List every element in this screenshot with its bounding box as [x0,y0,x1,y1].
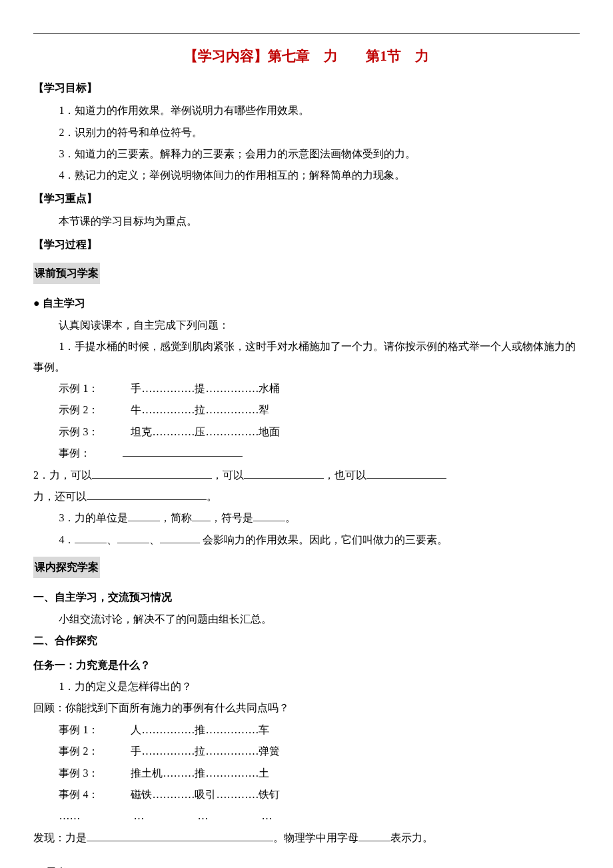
q3-a: 3．力的单位是 [59,512,128,523]
task1-q1: 1．力的定义是怎样得出的？ [33,677,580,697]
spacer [33,849,580,861]
goal-item: 2．识别力的符号和单位符号。 [33,123,580,143]
q1-example: 示例 1： 手……………提……………水桶 [33,379,580,399]
q4-b: 会影响力的作用效果。因此，它们叫做力的三要素。 [200,534,448,545]
focus-header: 【学习重点】 [33,189,580,209]
blank-input[interactable] [117,532,149,543]
q2-d: 力，还可以 [33,491,87,502]
task1-example: 事例 2： 手……………拉……………弹簧 [33,741,580,761]
q3-d: 。 [285,512,296,523]
q1-case: 事例： [33,443,580,463]
q4-a: 4． [59,534,75,545]
q1-example: 示例 2： 牛……………拉……………犁 [33,400,580,420]
task1-example: 事例 4： 磁铁…………吸引…………铁钉 [33,785,580,805]
blank-input[interactable] [253,510,285,521]
ic-b-header: 二、合作探究 [33,631,580,651]
q2-e: 。 [207,491,217,502]
blank-input[interactable] [192,510,211,521]
q1-intro-text: 1．手提水桶的时候，感觉到肌肉紧张，这时手对水桶施加了一个力。请你按示例的格式举… [33,341,576,372]
task1-example: …… … … … [33,806,580,826]
q3-c: ，符号是 [211,512,253,523]
blank-input[interactable] [160,532,200,543]
q3-line: 3．力的单位是，简称，符号是。 [33,508,580,528]
goals-header: 【学习目标】 [33,78,580,98]
blank-input[interactable] [244,467,324,479]
find-c: 表示力。 [390,832,433,843]
goal-item: 4．熟记力的定义；举例说明物体间力的作用相互的；解释简单的力现象。 [33,165,580,185]
preclass-header: 课前预习学案 [33,263,100,284]
find-b: 。物理学中用字母 [273,832,358,843]
q2-b: ，可以 [212,469,244,481]
q2-line2: 力，还可以。 [33,487,580,507]
blank-input[interactable] [87,489,207,500]
q1-case-label: 事例： [59,447,91,459]
process-header: 【学习过程】 [33,235,580,255]
ic-a-header: 一、自主学习，交流预习情况 [33,587,580,607]
self-study-header: ● 自主学习 [33,293,580,313]
q3-b: ，简称 [160,512,192,523]
find-a: 发现：力是 [33,832,87,843]
task1-header: 任务一：力究竟是什么？ [33,655,580,675]
q4-sep1: 、 [107,534,117,545]
q4-line: 4．、、 会影响力的作用效果。因此，它们叫做力的三要素。 [33,530,580,550]
task1-example: 事例 3： 推土机………推……………土 [33,763,580,783]
task1-recall: 回顾：你能找到下面所有施力的事例有什么共同点吗？ [33,698,580,718]
top-rule [33,33,580,34]
self-study-intro: 认真阅读课本，自主完成下列问题： [33,315,580,335]
blank-input[interactable] [87,830,273,841]
blank-input[interactable] [128,510,160,521]
q2-c: ，也可以 [324,469,366,481]
task1-example: 事例 1： 人……………推……………车 [33,720,580,740]
q1-intro: 1．手提水桶的时候，感觉到肌肉紧张，这时手对水桶施加了一个力。请你按示例的格式举… [33,337,580,377]
q2-line1: 2．力，可以，可以，也可以 [33,465,580,485]
goal-item: 3．知道力的三要素。解释力的三要素；会用力的示意图法画物体受到的力。 [33,144,580,164]
focus-text: 本节课的学习目标均为重点。 [33,211,580,231]
q1-example: 示例 3： 坦克…………压……………地面 [33,422,580,442]
blank-input[interactable] [75,532,107,543]
blank-input[interactable] [92,467,212,479]
goal-item: 1．知道力的作用效果。举例说明力有哪些作用效果。 [33,101,580,121]
blank-input[interactable] [366,467,446,479]
find-line: 发现：力是。物理学中用字母表示力。 [33,828,580,848]
blank-input[interactable] [123,445,243,457]
page: 【学习内容】第七章 力 第1节 力 【学习目标】 1．知道力的作用效果。举例说明… [0,0,613,868]
blank-input[interactable] [358,830,390,841]
inclass-header: 课内探究学案 [33,557,100,578]
document-title: 【学习内容】第七章 力 第1节 力 [33,43,580,70]
think-header: 思考： [33,863,580,868]
q4-sep2: 、 [149,534,160,545]
q2-a: 2．力，可以 [33,469,92,481]
ic-a-text: 小组交流讨论，解决不了的问题由组长汇总。 [33,609,580,629]
